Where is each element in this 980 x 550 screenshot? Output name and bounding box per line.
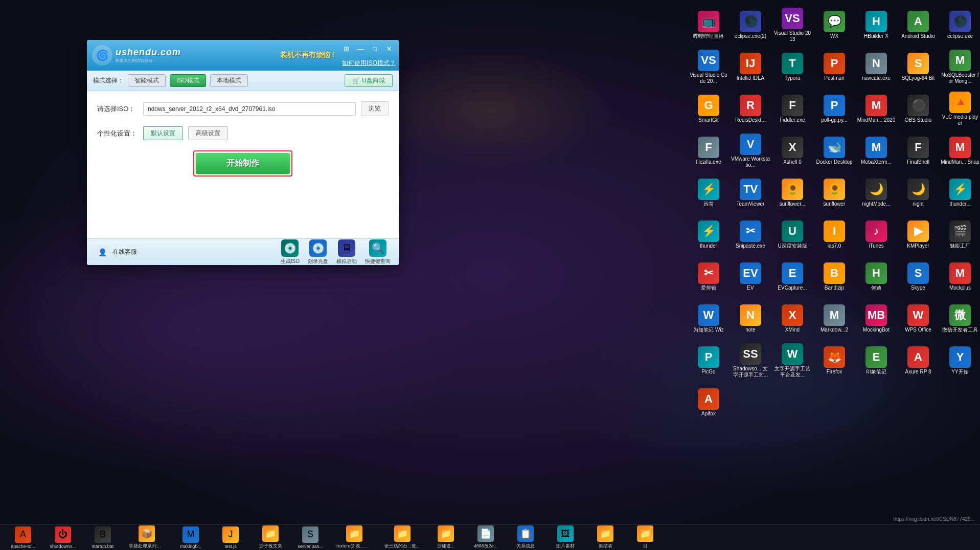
taskbar-item-num4886[interactable]: 📄 4886改2e... — [468, 523, 504, 550]
mode-iso-btn[interactable]: ISO模式 — [170, 74, 206, 87]
desktop-icon-postman[interactable]: P Postman — [814, 47, 855, 87]
desktop-icon-docker-desktop[interactable]: 🐋 Docker Desktop — [814, 130, 855, 171]
taskbar-item-texture[interactable]: 📁 texture(2 改...改址... — [332, 523, 376, 550]
desktop-icon-aiyunji[interactable]: ✂ 爱剪辑 — [688, 256, 729, 297]
desktop-icon-yingyingji[interactable]: 🎬 魅影工厂 — [940, 214, 980, 255]
window-close-btn[interactable]: ✕ — [382, 43, 396, 54]
desktop-icon-intellij[interactable]: IJ IntelliJ IDEA — [730, 47, 771, 87]
desktop-icon-nightmode[interactable]: 🌙 nightMode... — [856, 172, 897, 213]
desktop-icon-xshell[interactable]: X Xshell 0 — [772, 130, 813, 171]
desktop-icon-yystart[interactable]: Y YY开始 — [940, 340, 980, 381]
desktop-icon-weichat-assistant[interactable]: 微 微信开发者工具 — [940, 298, 980, 339]
taskbar-label-guoji: 关系信息 — [516, 543, 535, 549]
taskbar-item-shazi[interactable]: 📁 沙子改文夹 — [253, 523, 288, 550]
window-minimize-btn[interactable]: — — [354, 43, 367, 54]
taskbar-item-unknown[interactable]: 📁 目 — [627, 523, 663, 550]
desktop-icon-thunder-app2[interactable]: ⚡ thunder — [688, 214, 729, 255]
desktop-icon-skype[interactable]: S Skype — [898, 256, 939, 297]
online-service[interactable]: 👤 在线客服 — [95, 245, 137, 259]
desktop-icon-markdown[interactable]: M Markdow...2 — [814, 298, 855, 339]
u-disk-btn[interactable]: 🛒 U盘向城 — [345, 74, 393, 87]
desktop-icon-deepinstall[interactable]: U U深度安装版 — [772, 214, 813, 255]
desktop-icon-typora[interactable]: T Typora — [772, 47, 813, 87]
taskbar-item-shajian[interactable]: 📁 沙建道... — [428, 523, 464, 550]
desktop-icon-apifox[interactable]: A Apifox — [688, 382, 729, 423]
mode-local-btn[interactable]: 本地模式 — [210, 74, 248, 87]
desktop-icon-finalshell[interactable]: F FinalShell — [898, 130, 939, 171]
desktop-icon-mindmanager-2020[interactable]: M MindMan... 2020 — [856, 89, 897, 129]
taskbar-item-zipfile[interactable]: 📦 答疑处理系列发布.zip — [125, 523, 169, 550]
taskbar-item-family3[interactable]: 📁 全三话的台...改... — [380, 523, 424, 550]
taskbar-item-startup[interactable]: B startup.bat — [85, 524, 121, 551]
desktop-icon-kmplayer[interactable]: ▶ KMPlayer — [898, 214, 939, 255]
desktop-icon-nosqlbooster[interactable]: M NoSQLBooster for Mong... — [940, 47, 980, 87]
taskbar-item-shutdown[interactable]: ⏻ shutdownn... — [45, 524, 81, 551]
window-grid-btn[interactable]: ⊞ — [339, 43, 353, 54]
desktop-icon-mindmanager-snap[interactable]: M MindMan... Snap — [940, 130, 980, 171]
desktop-icon-office365-open[interactable]: W 文字开源手工艺平台及发... — [772, 340, 813, 381]
desktop-icon-sqlycog[interactable]: S SQLyog-64 Bit — [898, 47, 939, 87]
tool-shortcut-query[interactable]: 🔍 快捷键查询 — [365, 239, 391, 265]
desktop-icon-mockplus[interactable]: M Mockplus — [940, 256, 980, 297]
desktop-icon-mobaxterm[interactable]: M MobaXterm... — [856, 130, 897, 171]
desktop-icon-visual-studio-code[interactable]: VS Visual Studio Code 20... — [688, 47, 729, 87]
desktop-icon-picgo[interactable]: P PicGo — [688, 340, 729, 381]
browse-btn[interactable]: 浏览 — [361, 101, 389, 116]
tool-virtual-boot[interactable]: 🖥 模拟启动 — [336, 239, 357, 265]
desktop-icon-eclipse-2[interactable]: 🌑 eclipse.exe(2) — [730, 5, 771, 46]
taskbar-item-jijia[interactable]: 📁 集结者 — [587, 523, 623, 550]
desktop-icon-obs-studio[interactable]: ⚫ OBS Studio — [898, 89, 939, 129]
desktop-icon-mockingbot[interactable]: MB MockingBot — [856, 298, 897, 339]
advanced-setting-btn[interactable]: 高级设置 — [188, 126, 228, 140]
taskbar-item-guoji[interactable]: 📋 关系信息 — [508, 523, 543, 550]
desktop-icon-thunder-app[interactable]: ⚡ thunder... — [940, 172, 980, 213]
tool-burn-disc[interactable]: 💿 刻录光盘 — [308, 239, 328, 265]
desktop-icon-firefox[interactable]: 🦊 Firefox — [814, 340, 855, 381]
desktop-icon-hbuilder-x[interactable]: H HBuilder X — [856, 5, 897, 46]
desktop-icon-snipaste[interactable]: ✂ Snipaste.exe — [730, 214, 771, 255]
taskbar-item-serverpass[interactable]: S server.pas... — [292, 524, 328, 551]
desktop-icon-wps[interactable]: W WPS Office — [898, 298, 939, 339]
start-make-btn[interactable]: 开始制作 — [196, 153, 290, 174]
desktop-icon-heidi[interactable]: H 何迪 — [856, 256, 897, 297]
mode-smart-btn[interactable]: 智能模式 — [128, 74, 166, 87]
desktop-icon-yinxianghbiji[interactable]: E 印象笔记 — [856, 340, 897, 381]
default-setting-btn[interactable]: 默认设置 — [143, 126, 183, 140]
desktop-icon-wx[interactable]: 💬 WX — [814, 5, 855, 46]
desktop-icon-ias70[interactable]: I ias7.0 — [814, 214, 855, 255]
desktop-icon-live-broadcast[interactable]: 📺 哔哩哔哩直播 — [688, 5, 729, 46]
window-restore-btn[interactable]: □ — [368, 43, 381, 54]
desktop-icon-sunflower1[interactable]: 🌻 sunflower... — [772, 172, 813, 213]
desktop-icon-bandizip[interactable]: B Bandizip — [814, 256, 855, 297]
taskbar-item-testjs[interactable]: J test.js — [213, 524, 248, 551]
desktop-icon-vmware[interactable]: V VMware Workstatio... — [730, 130, 771, 171]
desktop-icon-filezilla[interactable]: F filezilla.exe — [688, 130, 729, 171]
desktop-icon-evcapture[interactable]: E EVCapture... — [772, 256, 813, 297]
desktop-icon-ev[interactable]: EV EV — [730, 256, 771, 297]
desktop-icon-teamviewer[interactable]: TV TeamViewer — [730, 172, 771, 213]
desktop-icon-vlc[interactable]: 🔺 VLC media player — [940, 89, 980, 129]
desktop-icon-android-studio[interactable]: A Android Studio — [898, 5, 939, 46]
desktop-icon-axure-rp[interactable]: A Axure RP 8 — [898, 340, 939, 381]
desktop-icon-redisdesktop[interactable]: R RedisDeskt... — [730, 89, 771, 129]
desktop-icon-smartgit[interactable]: G SmartGit — [688, 89, 729, 129]
how-to-use-link[interactable]: 如何使用ISO模式？ — [342, 59, 396, 68]
taskbar-item-makelong[interactable]: M makingb... — [173, 524, 209, 551]
desktop-icon-visual-studio-2013[interactable]: VS Visual Studio 2013 — [772, 5, 813, 46]
desktop-icon-wiz[interactable]: W 为知笔记 Wiz — [688, 298, 729, 339]
taskbar-item-apache[interactable]: A apache-to... — [5, 524, 41, 551]
desktop-icon-note[interactable]: N note — [730, 298, 771, 339]
desktop-icon-night[interactable]: 🌙 night — [898, 172, 939, 213]
desktop-icon-xmind[interactable]: X XMind — [772, 298, 813, 339]
desktop-icon-sunflower2[interactable]: 🌻 sunflower — [814, 172, 855, 213]
desktop-icon-thundersoftware[interactable]: ⚡ 迅雷 — [688, 172, 729, 213]
desktop-icon-eclipse-exe[interactable]: 🌑 eclipse.exe — [940, 5, 980, 46]
desktop-icon-fiddler[interactable]: F Fiddler.exe — [772, 89, 813, 129]
iso-input[interactable] — [143, 102, 356, 116]
desktop-icon-itunes[interactable]: ♪ iTunes — [856, 214, 897, 255]
taskbar-item-caiying[interactable]: 🖼 图片素材 — [548, 523, 583, 550]
desktop-icon-poll-gpay[interactable]: P poll-gp.py... — [814, 89, 855, 129]
desktop-icon-navicate[interactable]: N navicate.exe — [856, 47, 897, 87]
desktop-icon-shadowsocks[interactable]: SS Shadowso... 文字开源手工艺... — [730, 340, 771, 381]
tool-gen-iso[interactable]: 💿 生成ISO — [281, 239, 300, 265]
